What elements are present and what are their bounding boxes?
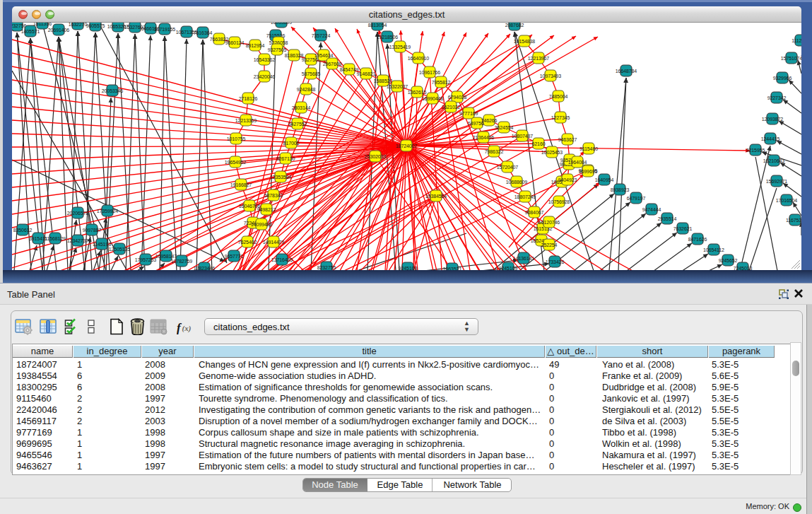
svg-text:14099483: 14099483 xyxy=(251,222,273,227)
svg-text:(x): (x) xyxy=(182,324,192,333)
svg-text:2718126: 2718126 xyxy=(239,96,258,101)
svg-text:21364436: 21364436 xyxy=(473,135,495,140)
svg-text:1964084: 1964084 xyxy=(568,160,587,165)
svg-text:746266: 746266 xyxy=(481,118,498,123)
svg-text:12505135: 12505135 xyxy=(109,247,131,252)
svg-text:12823446: 12823446 xyxy=(194,266,216,271)
svg-text:1112734: 1112734 xyxy=(792,38,801,43)
svg-text:9146821: 9146821 xyxy=(357,71,376,76)
svg-text:19654952: 19654952 xyxy=(225,160,247,165)
svg-text:252254: 252254 xyxy=(541,243,558,247)
svg-text:9242848: 9242848 xyxy=(297,87,316,92)
svg-text:16120746: 16120746 xyxy=(539,220,560,225)
svg-text:16210643: 16210643 xyxy=(763,158,785,163)
svg-text:16648784: 16648784 xyxy=(616,69,637,74)
svg-text:12093872: 12093872 xyxy=(762,117,784,122)
svg-text:1227345: 1227345 xyxy=(551,115,570,120)
svg-text:2935514: 2935514 xyxy=(658,216,677,221)
svg-text:8471626: 8471626 xyxy=(688,237,707,242)
svg-text:9605575: 9605575 xyxy=(86,23,105,28)
svg-text:8232755: 8232755 xyxy=(317,265,336,270)
svg-text:13716485: 13716485 xyxy=(271,257,293,262)
svg-text:1405571: 1405571 xyxy=(21,29,40,34)
svg-text:17957253: 17957253 xyxy=(135,257,157,262)
svg-text:10154838: 10154838 xyxy=(514,39,536,44)
svg-text:1167534: 1167534 xyxy=(786,218,801,223)
svg-text:1640954: 1640954 xyxy=(595,177,614,182)
svg-text:15322037: 15322037 xyxy=(387,84,408,89)
svg-text:62160: 62160 xyxy=(532,141,546,146)
svg-text:2967608: 2967608 xyxy=(323,62,342,66)
svg-text:9657771: 9657771 xyxy=(225,254,244,259)
svg-text:9245108: 9245108 xyxy=(399,266,418,271)
svg-text:9660124: 9660124 xyxy=(225,40,245,45)
svg-text:1954634: 1954634 xyxy=(314,53,334,58)
svg-text:9097887: 9097887 xyxy=(83,228,102,233)
svg-text:7245013: 7245013 xyxy=(734,266,753,271)
svg-text:7357224: 7357224 xyxy=(312,33,331,38)
svg-text:6479197: 6479197 xyxy=(627,196,646,201)
svg-text:15720407: 15720407 xyxy=(497,165,519,170)
svg-text:2803144: 2803144 xyxy=(292,105,311,110)
svg-text:23420046: 23420046 xyxy=(254,74,276,79)
svg-text:7955812: 7955812 xyxy=(432,80,451,85)
svg-text:8454749: 8454749 xyxy=(340,67,359,72)
svg-text:8427552: 8427552 xyxy=(288,122,307,127)
svg-text:11568129: 11568129 xyxy=(45,236,66,241)
svg-text:20053346: 20053346 xyxy=(102,88,124,93)
svg-text:15692971: 15692971 xyxy=(766,179,788,184)
svg-text:9245652: 9245652 xyxy=(719,258,738,263)
svg-text:2087682: 2087682 xyxy=(505,23,524,28)
svg-text:10958147: 10958147 xyxy=(155,254,177,259)
svg-text:5875685: 5875685 xyxy=(302,71,321,76)
svg-text:1145193: 1145193 xyxy=(93,242,111,247)
svg-text:16640910: 16640910 xyxy=(408,56,430,61)
svg-text:1733426: 1733426 xyxy=(546,259,565,264)
svg-text:8350612: 8350612 xyxy=(13,228,33,233)
svg-text:1621022: 1621022 xyxy=(442,105,461,110)
svg-text:14914479: 14914479 xyxy=(263,240,285,245)
svg-text:9245109: 9245109 xyxy=(499,266,518,271)
svg-text:9463627: 9463627 xyxy=(558,137,577,142)
svg-text:18807249: 18807249 xyxy=(514,194,536,199)
svg-text:9777169: 9777169 xyxy=(459,111,478,116)
svg-text:20691406: 20691406 xyxy=(48,28,70,33)
svg-text:7632621: 7632621 xyxy=(673,226,693,231)
svg-text:16543362: 16543362 xyxy=(254,57,276,62)
svg-text:9498212: 9498212 xyxy=(257,207,276,212)
svg-text:12213967: 12213967 xyxy=(528,56,550,61)
svg-text:9699695: 9699695 xyxy=(579,169,598,174)
svg-text:9329966: 9329966 xyxy=(773,76,792,81)
svg-text:10719155: 10719155 xyxy=(154,27,176,32)
svg-text:14136141: 14136141 xyxy=(513,256,535,261)
svg-text:3624554: 3624554 xyxy=(495,125,514,130)
svg-text:1588520: 1588520 xyxy=(374,78,393,83)
svg-text:9474444: 9474444 xyxy=(642,207,661,212)
svg-text:20206578: 20206578 xyxy=(67,211,89,216)
svg-text:8267130: 8267130 xyxy=(276,156,295,161)
svg-text:817006: 817006 xyxy=(283,141,300,146)
svg-text:6794028: 6794028 xyxy=(448,95,467,100)
svg-text:13325419: 13325419 xyxy=(389,45,411,49)
svg-text:8186328: 8186328 xyxy=(285,53,304,58)
svg-text:1244415: 1244415 xyxy=(761,136,780,141)
svg-text:19218506: 19218506 xyxy=(377,35,399,40)
svg-text:10654112: 10654112 xyxy=(703,247,724,252)
svg-text:15751074: 15751074 xyxy=(781,56,801,61)
svg-text:16053809: 16053809 xyxy=(271,23,293,25)
svg-text:10756928: 10756928 xyxy=(548,199,570,204)
svg-text:10025453: 10025453 xyxy=(541,150,563,155)
svg-text:18724007: 18724007 xyxy=(396,144,418,148)
svg-text:10782759: 10782759 xyxy=(171,259,193,264)
svg-text:12342737: 12342737 xyxy=(67,238,89,243)
svg-text:1511356: 1511356 xyxy=(33,23,52,26)
svg-text:1362615: 1362615 xyxy=(408,90,427,95)
svg-text:25302033: 25302033 xyxy=(365,154,387,159)
svg-text:8215955: 8215955 xyxy=(746,148,765,153)
svg-text:8912954: 8912954 xyxy=(246,43,265,48)
svg-text:5878342: 5878342 xyxy=(264,193,283,198)
svg-text:9327505: 9327505 xyxy=(268,47,287,52)
svg-text:12353594: 12353594 xyxy=(270,175,292,180)
svg-text:19384554: 19384554 xyxy=(425,194,447,199)
svg-text:1632270: 1632270 xyxy=(69,23,88,27)
